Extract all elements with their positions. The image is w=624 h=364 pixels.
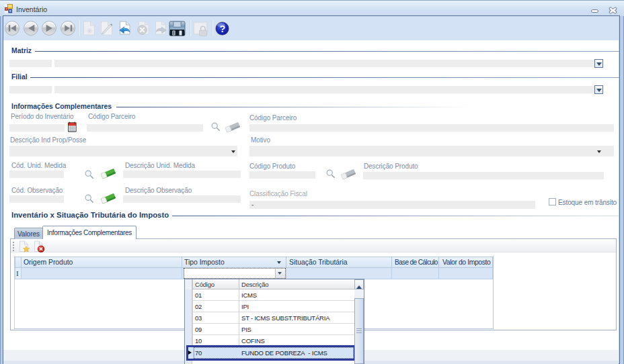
svg-text:?: ?	[220, 24, 226, 34]
